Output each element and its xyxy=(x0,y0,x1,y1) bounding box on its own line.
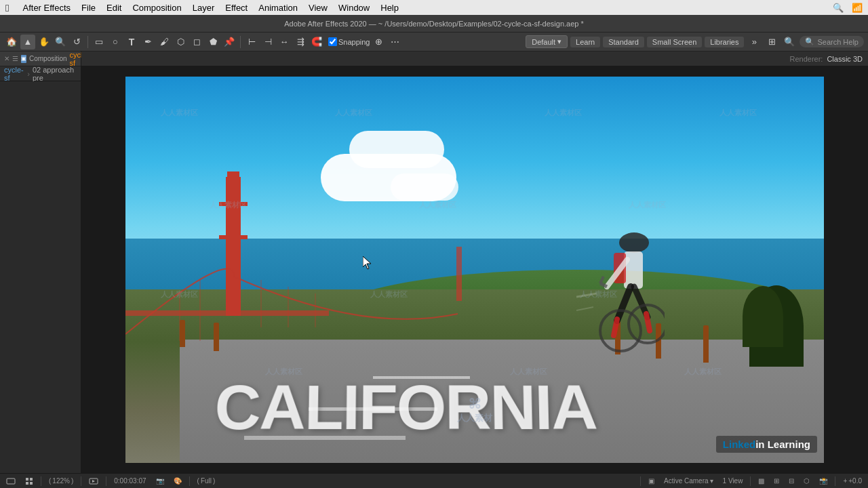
minimize-panel-button[interactable]: ☰ xyxy=(12,55,18,62)
menu-animation[interactable]: Animation xyxy=(253,0,303,15)
center-watermark: ⌘ 人人素材 xyxy=(457,396,492,424)
snap-button[interactable]: 🧲 xyxy=(309,35,324,49)
search-icon: 🔍 xyxy=(805,37,814,46)
main-area: ✕ ☰ ▣ Composition cycle-sf ≡ cycle-sf › … xyxy=(0,52,868,473)
rectangle-tool-button[interactable]: ▭ xyxy=(92,35,106,49)
spotlight-icon[interactable]: 🔍 xyxy=(833,3,844,13)
align-left-button[interactable]: ⊢ xyxy=(244,35,259,49)
camera-dropdown-arrow: ▾ xyxy=(710,477,713,485)
quality-value: Full xyxy=(201,477,212,485)
hand-tool-button[interactable]: ✋ xyxy=(37,35,52,49)
color-icon-button[interactable]: 🎨 xyxy=(172,477,184,485)
composition-canvas: CALIFORNIA 人人素材区 人人素材区 人人素材区 人人素材区 人人素材区… xyxy=(125,77,824,463)
text-tool-button[interactable]: T xyxy=(124,35,139,49)
menu-after-effects[interactable]: After Effects xyxy=(17,0,76,15)
workspace-standard-button[interactable]: Standard xyxy=(603,37,644,47)
svg-point-5 xyxy=(619,232,649,253)
menu-view[interactable]: View xyxy=(303,0,333,15)
workspace-small-screen-button[interactable]: Small Screen xyxy=(647,37,702,47)
monitor-icon xyxy=(6,478,16,485)
active-camera-label: Active Camera xyxy=(664,477,709,485)
eraser-tool-button[interactable]: ◻ xyxy=(189,35,204,49)
pen-tool-button[interactable]: ✒ xyxy=(140,35,155,49)
timecode-control[interactable]: 0:00:03:07 xyxy=(112,477,148,485)
stamp-tool-button[interactable]: ⬡ xyxy=(173,35,188,49)
renderer-value[interactable]: Classic 3D xyxy=(827,55,863,63)
grid-toggle-button[interactable]: ⊞ xyxy=(772,477,781,485)
california-text: CALIFORNIA xyxy=(214,371,597,443)
close-panel-button[interactable]: ✕ xyxy=(4,55,9,62)
active-camera-dropdown[interactable]: Active Camera ▾ xyxy=(662,477,715,485)
menu-window[interactable]: Window xyxy=(333,0,375,15)
menu-layer[interactable]: Layer xyxy=(187,0,220,15)
3d-view-button[interactable]: ⬡ xyxy=(802,477,812,485)
brush-tool-button[interactable]: 🖌 xyxy=(157,35,172,49)
svg-rect-23 xyxy=(26,482,28,485)
file-path: Adobe After Effects 2020 — ~ /Users/demo… xyxy=(284,20,584,28)
svg-rect-22 xyxy=(30,478,33,481)
menu-file[interactable]: File xyxy=(76,0,101,15)
preview-icon[interactable] xyxy=(87,477,100,485)
status-icon-2[interactable] xyxy=(23,477,35,485)
status-bar: (122%) 0:00:03:07 📷 🎨 (Full) ▣ Active Ca… xyxy=(0,473,868,488)
view-count-control[interactable]: 1 View xyxy=(721,477,745,485)
home-button[interactable]: 🏠 xyxy=(4,35,19,49)
tree-2 xyxy=(743,286,783,347)
svg-marker-26 xyxy=(92,480,95,483)
apple-logo-icon[interactable]:  xyxy=(5,2,9,14)
canvas-area: Renderer: Classic 3D xyxy=(81,52,868,473)
bridge-tower-far xyxy=(456,247,462,301)
breadcrumb-parent-link[interactable]: cycle-sf xyxy=(4,66,24,82)
view-mode-icon[interactable]: ▣ xyxy=(646,477,656,485)
cloud-3 xyxy=(391,174,458,201)
renderer-label: Renderer: xyxy=(790,55,823,63)
roto-tool-button[interactable]: ⬟ xyxy=(205,35,220,49)
distribute-button[interactable]: ⇶ xyxy=(293,35,308,49)
menu-edit[interactable]: Edit xyxy=(101,0,127,15)
menu-effect[interactable]: Effect xyxy=(220,0,253,15)
transparency-icon[interactable]: ▩ xyxy=(756,477,766,485)
status-sep-3 xyxy=(106,476,106,486)
menu-help[interactable]: Help xyxy=(375,0,404,15)
align-right-button[interactable]: ↔ xyxy=(277,35,292,49)
quality-control[interactable]: (Full) xyxy=(195,477,218,485)
snapshot-button[interactable]: 📸 xyxy=(817,477,829,485)
more-workspaces-button[interactable]: » xyxy=(747,35,762,49)
composition-label: Composition xyxy=(29,55,67,62)
overlay-button[interactable]: ⊟ xyxy=(787,477,796,485)
status-sep-1 xyxy=(41,476,41,486)
preview-settings-icon xyxy=(89,477,98,485)
workspace-libraries-button[interactable]: Libraries xyxy=(705,37,744,47)
view-count-value: 1 View xyxy=(723,477,743,485)
zoom-tool-button[interactable]: 🔍 xyxy=(53,35,68,49)
title-bar: Adobe After Effects 2020 — ~ /Users/demo… xyxy=(0,15,868,33)
workspace-default-button[interactable]: Default ▾ xyxy=(526,35,568,48)
svg-marker-19 xyxy=(363,256,371,269)
snapping-checkbox[interactable] xyxy=(328,37,337,46)
status-icon-1[interactable] xyxy=(4,478,18,485)
menu-bar:  After Effects File Edit Composition La… xyxy=(0,0,868,15)
composition-view[interactable]: CALIFORNIA 人人素材区 人人素材区 人人素材区 人人素材区 人人素材区… xyxy=(81,66,868,473)
3d-options-button[interactable]: ⋯ xyxy=(388,35,403,49)
workspace-settings-icon[interactable]: ⊞ xyxy=(764,35,779,49)
search-help-input[interactable]: 🔍 Search Help xyxy=(800,36,864,47)
svg-line-9 xyxy=(617,287,631,321)
workspace-controls: Default ▾ Learn Standard Small Screen Li… xyxy=(526,35,864,49)
offset-control[interactable]: ++0.0 xyxy=(841,477,864,485)
project-panel-content xyxy=(0,81,81,473)
svg-line-17 xyxy=(576,293,597,297)
menu-composition[interactable]: Composition xyxy=(127,0,186,15)
ellipse-tool-button[interactable]: ○ xyxy=(108,35,123,49)
magnification-control[interactable]: (122%) xyxy=(47,477,75,485)
puppet-tool-button[interactable]: 📌 xyxy=(222,35,237,49)
align-center-button[interactable]: ⊣ xyxy=(260,35,275,49)
selection-tool-button[interactable]: ▲ xyxy=(20,35,35,49)
workspace-learn-button[interactable]: Learn xyxy=(570,37,600,47)
status-sep-4 xyxy=(189,476,190,486)
camera-icon-button[interactable]: 📷 xyxy=(154,477,166,485)
linkedin-learning-badge: Linkedin Learning xyxy=(716,436,817,453)
timecode-value: 0:00:03:07 xyxy=(114,477,146,485)
rotate-tool-button[interactable]: ↺ xyxy=(69,35,84,49)
magnifier-icon[interactable]: 🔍 xyxy=(782,35,797,49)
snap-options-button[interactable]: ⊕ xyxy=(372,35,387,49)
